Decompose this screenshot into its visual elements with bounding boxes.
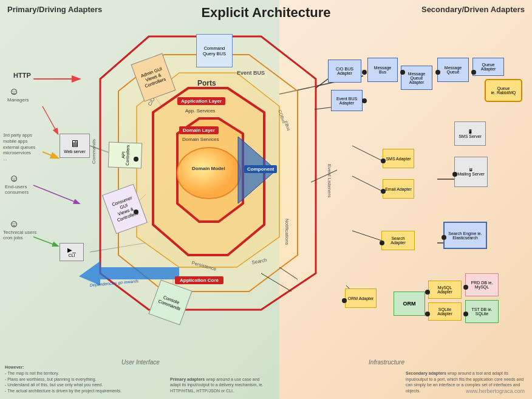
connector-mysql [425,290,430,295]
domain-layer-label: Domain Layer [179,126,219,134]
tech-users-label: Technical userscron jobs [3,230,36,240]
message-queue-adapter-box: Message Queue Adapter [401,66,432,90]
domain-services-label: Domain Services [182,137,219,142]
connector-email [381,189,386,194]
cli-box: ▶_ CLI [60,243,84,261]
sms-server-box: 📱 SMS Server [454,121,486,146]
mailing-server-box: 🖥 Mailing Server [454,157,488,187]
message-bus-box: Message Bus [367,58,398,82]
connector-orm [342,298,347,303]
email-adapter-box: Email Adapter [383,179,414,199]
search-engine-box: Search Engine ie. Elasticsearch [443,222,487,249]
http-label: HTTP [13,72,31,79]
mysql-adapter-box: MySQL Adapter [428,281,462,299]
tech-users-icon: ☺ [9,219,19,230]
prd-db-box: PRD DB ie. MySQL [465,273,499,296]
right-header: Secondary/Driven Adapters [421,5,525,14]
app-layer-label: Application Layer [177,97,225,105]
endusers-label: End-usersconsumers [5,184,29,195]
event-bus-adapter-box: Event BUS Adapter [331,90,363,111]
orm-box: ORM [394,292,425,316]
command-query-bus-box: CommandQuery BUS [196,34,233,67]
sms-adapter-box: SMS Adapter [383,149,414,168]
left-background [0,0,279,399]
connector-search-engine [442,235,446,240]
connector-tst [463,312,468,316]
primary-adapters-note: Primary adapters wrap around a use case … [170,377,270,394]
however-note: However: - The map is not the territory.… [5,364,121,394]
app-services-label: App. Services [185,108,215,114]
connector-search [380,240,384,245]
web-server-box: 🖥 Web server [60,134,90,158]
queue-adapter-box: Queue Adapter [472,58,504,76]
page-title: Explicit Architecture [201,5,330,21]
cio-bus-adapter-box: C/O BUS Adapter [328,60,361,83]
connector-prd [463,285,468,290]
search-adapter-box: Search Adapter [381,231,415,250]
ports-label: Ports [197,79,216,87]
connector-cio-bus [362,70,367,75]
third-party-label: 3rd party appsmobile appsexternal queues… [3,132,35,162]
managers-label: Managers [7,97,29,103]
message-queue-box: Message Queue [437,58,469,82]
component-label: Component [244,165,277,173]
connector-consumer-left [134,210,138,214]
connector-queue-adapter [471,70,476,75]
connector-api-left [134,157,138,162]
api-controllers-box: API Controllers [108,142,142,169]
connector-sqlite [425,312,430,316]
tst-db-box: TST DB ie. SQLite [465,300,499,323]
queue-box: Queueie. RabbitMQ [485,79,522,102]
orm-adapter-box: ORM Adapter [345,288,377,308]
sqlite-adapter-box: SQLite Adapter [428,302,462,321]
connector-event-bus [362,98,367,103]
managers-icon: ☺ [9,86,19,97]
domain-model-text: Domain Model [192,166,225,172]
endusers-icon: ☺ [9,173,19,184]
user-interface-label: User Interface [121,359,160,366]
app-core-label: Application Core [175,276,223,284]
connector-msg-bus [400,70,405,75]
connector-mailing [452,172,457,177]
event-bus-label: Event BUS [237,70,265,76]
connector-sms [381,159,386,163]
infrastructure-label: Infrastructure [369,359,404,366]
connector-msg-queue [435,70,440,75]
left-header: Primary/Driving Adapters [7,5,102,14]
watermark: www.herbertograca.com [466,388,525,394]
